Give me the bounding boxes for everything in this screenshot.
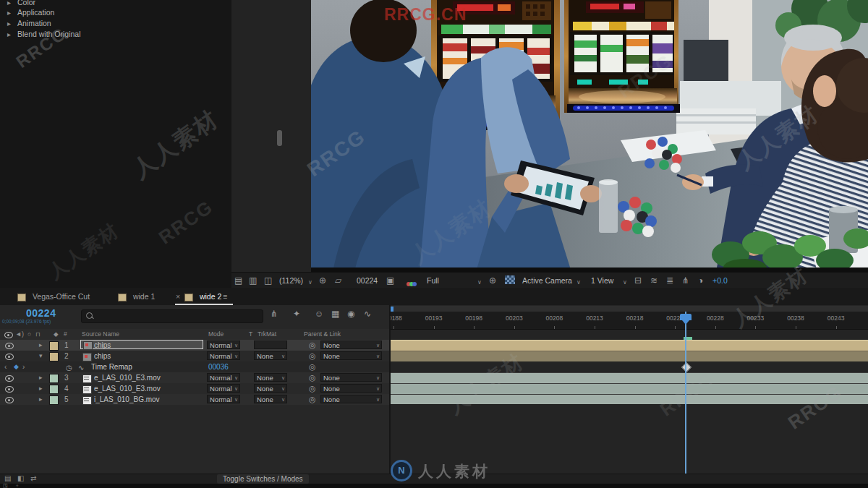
search-input[interactable] <box>81 309 263 323</box>
chevron-down-icon[interactable]: ∨ <box>576 277 581 288</box>
region-of-interest-icon[interactable]: ⊕ <box>489 275 496 286</box>
pane-divider[interactable] <box>389 305 391 487</box>
twirl-icon[interactable]: ▸ <box>39 340 43 351</box>
magnification-dropdown[interactable]: (112%) <box>279 275 303 286</box>
layer-bar-4[interactable] <box>391 383 868 394</box>
exposure-gauge-icon[interactable]: ◑ <box>698 275 703 286</box>
tab-wide-2[interactable]: wide 2 <box>184 288 221 305</box>
layer-bar-2[interactable] <box>391 351 868 361</box>
pixel-aspect-icon[interactable]: ⊟ <box>634 275 642 286</box>
grid-guides-icon[interactable]: ⊕ <box>319 275 326 286</box>
motion-blur-icon[interactable]: ◉ <box>347 309 354 319</box>
panel-menu-icon[interactable]: ≡ <box>223 288 227 305</box>
pickwhip-icon[interactable]: ◎ <box>309 394 316 405</box>
mode-header[interactable]: Mode <box>208 330 224 338</box>
mode-dropdown[interactable]: Normal∨ <box>207 373 240 382</box>
visibility-eye-icon[interactable] <box>5 375 14 382</box>
draft-3d-icon[interactable]: ✦ <box>293 309 300 319</box>
in-out-panes-icon[interactable]: ⇄ <box>30 474 36 482</box>
mask-visibility-icon[interactable]: ▱ <box>335 275 341 286</box>
keyframe-toggle-icon[interactable]: ◆ <box>14 361 19 372</box>
layer-color-swatch[interactable] <box>49 374 59 383</box>
mode-dropdown[interactable]: Normal∨ <box>207 384 240 393</box>
corner-icon[interactable]: ＋ <box>14 484 20 488</box>
trkmat-dropdown[interactable]: None∨ <box>254 351 287 360</box>
panel-scrollbar-handle[interactable] <box>277 130 282 146</box>
mode-dropdown[interactable]: Normal∨ <box>207 351 240 360</box>
chevron-down-icon[interactable]: ∨ <box>623 277 627 288</box>
layer-name-selected[interactable]: chips <box>80 340 203 349</box>
parent-dropdown[interactable]: None∨ <box>320 341 382 349</box>
toggle-switches-modes-button[interactable]: Toggle Switches / Modes <box>217 474 309 484</box>
timeline-track-area[interactable]: 0018800193001980020300208002130021800223… <box>391 305 868 474</box>
trkmat-header[interactable]: TrkMat <box>258 330 276 338</box>
next-keyframe-icon[interactable]: › <box>22 361 25 372</box>
effect-property-application[interactable]: ▸ Application <box>0 7 231 18</box>
layer-bar-3[interactable] <box>391 372 868 383</box>
fast-previews-icon[interactable]: ≋ <box>650 275 658 286</box>
layer-row-5[interactable]: ▸ 5 i_LAS_010_BG.mov Normal∨ None∨ ◎ Non… <box>0 394 389 405</box>
time-remap-keyframe[interactable] <box>681 362 692 372</box>
stopwatch-icon[interactable]: ◷ <box>66 362 72 373</box>
effect-property-blend-with-original[interactable]: ▸ Blend with Original <box>0 29 231 40</box>
tab-close-icon[interactable]: × <box>176 288 180 305</box>
snapshot-camera-icon[interactable]: ▣ <box>386 275 394 286</box>
layer-bar-1[interactable] <box>391 340 868 351</box>
mode-dropdown[interactable]: Normal∨ <box>207 341 240 349</box>
trkmat-dropdown[interactable]: None∨ <box>254 373 287 382</box>
twirl-icon[interactable]: ▸ <box>39 383 43 394</box>
parent-dropdown[interactable]: None∨ <box>320 373 382 382</box>
layer-row-4[interactable]: ▸ 4 e_LAS_010_E3.mov Normal∨ None∨ ◎ Non… <box>0 383 389 394</box>
effect-property-animation[interactable]: ▸ Animation <box>0 18 231 29</box>
source-name-header[interactable]: Source Name <box>82 330 119 338</box>
parent-dropdown[interactable]: None∨ <box>320 395 382 403</box>
time-remap-property-row[interactable]: ‹ ◆ › ◷ ∿ Time Remap 00036 ◎ <box>0 361 389 372</box>
parent-dropdown[interactable]: None∨ <box>320 384 382 393</box>
pickwhip-icon[interactable]: ◎ <box>309 361 316 372</box>
viewer-current-time[interactable]: 00224 <box>357 275 378 286</box>
visibility-eye-icon[interactable] <box>5 354 14 360</box>
chevron-down-icon[interactable]: ∨ <box>308 277 312 288</box>
trkmat-dropdown[interactable]: None∨ <box>254 395 287 403</box>
comp-viewer-canvas[interactable] <box>311 0 868 272</box>
3d-view-dropdown[interactable]: Active Camera <box>522 275 572 286</box>
visibility-eye-icon[interactable] <box>5 397 14 403</box>
exposure-value[interactable]: +0.0 <box>712 275 728 286</box>
twirl-icon[interactable]: ▸ <box>39 394 43 405</box>
layer-row-3[interactable]: ▸ 3 e_LAS_010_E3.mov Normal∨ None∨ ◎ Non… <box>0 372 389 383</box>
pickwhip-icon[interactable]: ◎ <box>309 340 316 351</box>
expand-switches-icon[interactable]: ▤ <box>4 474 11 482</box>
layer-name[interactable]: chips <box>94 351 111 361</box>
prev-keyframe-icon[interactable]: ‹ <box>4 361 7 372</box>
layer-color-swatch[interactable] <box>49 395 59 405</box>
work-area-bar[interactable] <box>391 306 868 312</box>
shy-layers-icon[interactable]: ☺ <box>315 309 323 319</box>
trkmat-dropdown[interactable]: None∨ <box>254 384 287 393</box>
property-name[interactable]: Time Remap <box>91 361 132 372</box>
display-icon[interactable]: ▥ <box>249 275 257 286</box>
graph-editor-icon[interactable]: ∿ <box>364 309 371 319</box>
view-layout-dropdown[interactable]: 1 View <box>591 275 613 286</box>
twirl-icon[interactable]: ▾ <box>39 351 43 361</box>
pickwhip-icon[interactable]: ◎ <box>309 351 316 361</box>
layer-name[interactable]: i_LAS_010_BG.mov <box>94 394 160 405</box>
layer-row-1[interactable]: ▸ 1 chips Normal∨ ◎ None∨ <box>0 340 389 351</box>
layer-color-swatch[interactable] <box>49 341 59 351</box>
layer-row-2[interactable]: ▾ 2 chips Normal∨ None∨ ◎ None∨ <box>0 351 389 361</box>
frame-blending-icon[interactable]: ▦ <box>331 309 339 319</box>
flowchart-button-icon[interactable]: ⋔ <box>682 275 689 286</box>
pickwhip-icon[interactable]: ◎ <box>309 383 316 394</box>
twirl-icon[interactable]: ▸ <box>7 29 11 40</box>
tab-vegas-office-cut[interactable]: Vegas-Office Cut <box>17 288 90 305</box>
mini-flowchart-icon[interactable]: ⋔ <box>271 309 278 319</box>
time-remap-value[interactable]: 00036 <box>208 361 229 372</box>
playhead-line[interactable] <box>685 312 686 474</box>
transparency-grid-icon[interactable] <box>505 275 515 284</box>
layer-bar-5[interactable] <box>391 394 868 405</box>
current-time-display[interactable]: 00224 <box>26 307 56 319</box>
pickwhip-icon[interactable]: ◎ <box>309 372 316 383</box>
visibility-eye-icon[interactable] <box>5 386 14 393</box>
twirl-icon[interactable]: ▸ <box>7 18 11 29</box>
mode-dropdown[interactable]: Normal∨ <box>207 395 240 403</box>
parent-link-header[interactable]: Parent & Link <box>304 330 341 338</box>
